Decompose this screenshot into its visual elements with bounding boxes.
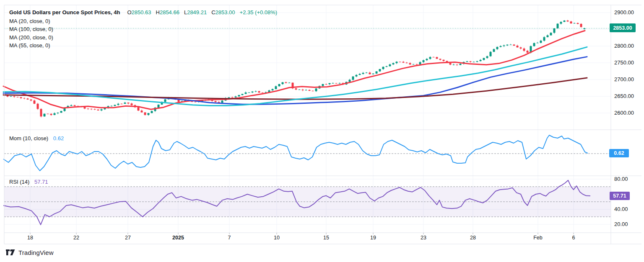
time-axis-label: 22 bbox=[73, 235, 79, 241]
symbol-title[interactable]: Gold US Dollars per Ounce Spot Prices, 4… bbox=[9, 9, 120, 15]
legend-ma-55[interactable]: MA (55, close, 0) bbox=[9, 42, 50, 49]
time-axis-label: 2025 bbox=[172, 235, 184, 241]
price-axis-label: 2750.00 bbox=[614, 59, 634, 66]
price-axis-label: 2600.00 bbox=[614, 110, 634, 116]
rsi-label: RSI (14) bbox=[9, 179, 29, 185]
time-axis-label: 18 bbox=[27, 235, 33, 241]
legend-ma-20[interactable]: MA (20, close, 0) bbox=[9, 18, 50, 24]
rsi-legend[interactable]: RSI (14) 57.71 bbox=[9, 179, 48, 185]
ohlc-low: L2849.21 bbox=[182, 9, 207, 15]
time-axis-label: 28 bbox=[470, 235, 476, 241]
ohlc-open: O2850.63 bbox=[125, 9, 151, 15]
chart-widget: Gold US Dollars per Ounce Spot Prices, 4… bbox=[0, 0, 644, 262]
rsi-axis-label: 80.00 bbox=[614, 176, 628, 182]
legend-ma-100[interactable]: MA (100, close, 0) bbox=[9, 26, 53, 32]
legend-ma-200[interactable]: MA (200, close, 0) bbox=[9, 34, 53, 41]
momentum-value: 0.62 bbox=[53, 135, 64, 141]
time-axis-label: 23 bbox=[421, 235, 426, 241]
price-axis-label: 2800.00 bbox=[614, 43, 634, 49]
last-price-badge: 2853.00 bbox=[610, 23, 636, 32]
tradingview-logo-icon bbox=[6, 249, 15, 256]
momentum-badge: 0.62 bbox=[609, 149, 629, 157]
time-axis-label: 7 bbox=[228, 235, 231, 241]
time-axis-label: 10 bbox=[274, 235, 280, 241]
time-axis-label: 19 bbox=[370, 235, 376, 241]
rsi-value: 57.71 bbox=[34, 179, 48, 185]
tradingview-logo[interactable]: TradingView bbox=[6, 249, 54, 256]
chart-canvas[interactable] bbox=[0, 0, 644, 262]
rsi-axis-label: 40.00 bbox=[614, 206, 628, 212]
chart-header: Gold US Dollars per Ounce Spot Prices, 4… bbox=[9, 9, 277, 15]
rsi-axis-label: 20.00 bbox=[614, 221, 628, 227]
time-axis-label: Feb bbox=[533, 235, 543, 241]
rsi-badge: 57.71 bbox=[610, 192, 630, 200]
price-axis-label: 2900.00 bbox=[614, 9, 634, 15]
time-axis-label: 27 bbox=[125, 235, 131, 241]
tradingview-logo-text: TradingView bbox=[18, 249, 54, 256]
time-axis-label: 15 bbox=[323, 235, 329, 241]
time-axis-label: 6 bbox=[572, 235, 575, 241]
momentum-label: Mom (10, close) bbox=[9, 135, 48, 141]
momentum-legend[interactable]: Mom (10, close) 0.62 bbox=[9, 135, 64, 141]
ohlc-close: C2853.00 bbox=[209, 9, 235, 15]
price-axis-label: 2700.00 bbox=[614, 76, 634, 82]
price-change: +2.35 (+0.08%) bbox=[240, 9, 278, 15]
ohlc-high: H2854.66 bbox=[153, 9, 179, 15]
price-axis-label: 2650.00 bbox=[614, 93, 634, 99]
